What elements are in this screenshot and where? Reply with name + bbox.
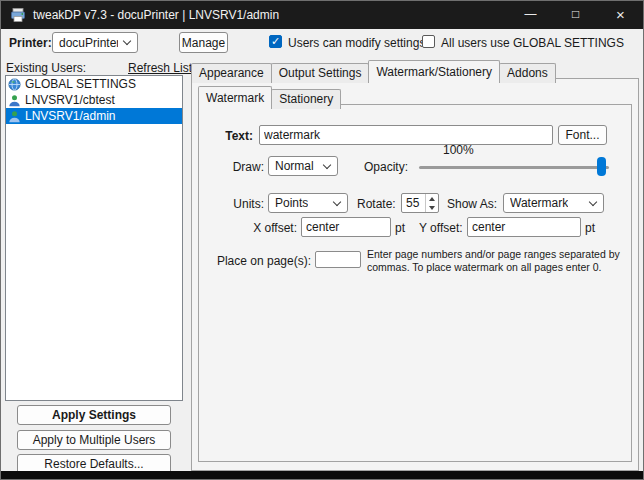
place-on-pages-label: Place on page(s): [214, 254, 311, 268]
printer-label: Printer: [9, 36, 52, 50]
y-offset-unit: pt [585, 221, 595, 235]
window-bottom-edge [1, 471, 644, 480]
watermark-text-input[interactable] [259, 125, 553, 145]
font-button[interactable]: Font... [558, 125, 607, 145]
place-on-pages-input[interactable] [315, 251, 361, 268]
chevron-down-icon [323, 160, 331, 168]
window-title: tweakDP v7.3 - docuPrinter | LNVSRV1/adm… [33, 1, 279, 29]
spin-down-icon [429, 206, 435, 210]
window-controls: — □ × [508, 1, 643, 29]
chevron-down-icon [333, 197, 341, 205]
show-as-select[interactable]: Watermark [503, 193, 604, 213]
spin-up-icon [429, 197, 435, 201]
x-offset-label: X offset: [237, 221, 297, 235]
rotate-spin-buttons [425, 194, 438, 212]
tab-appearance[interactable]: Appearance [191, 63, 272, 83]
opacity-value: 100% [443, 143, 474, 157]
app-icon [10, 7, 26, 23]
user-list-item-admin[interactable]: LNVSRV1/admin [6, 108, 182, 124]
manage-button[interactable]: Manage [179, 32, 228, 53]
opacity-slider-thumb[interactable] [597, 157, 606, 176]
units-select[interactable]: Points [268, 193, 348, 213]
draw-select-value: Normal [275, 159, 314, 173]
users-can-modify-label[interactable]: Users can modify settings [288, 36, 425, 50]
text-label: Text: [201, 129, 253, 143]
rotate-spin-down-button[interactable] [426, 203, 438, 212]
user-icon [8, 94, 21, 107]
subtab-watermark[interactable]: Watermark [198, 86, 272, 109]
y-offset-input[interactable] [467, 217, 581, 237]
rotate-label: Rotate: [357, 197, 396, 211]
opacity-label: Opacity: [364, 160, 408, 174]
maximize-button[interactable]: □ [553, 1, 598, 29]
apply-settings-button[interactable]: Apply Settings [17, 405, 171, 425]
units-select-value: Points [275, 196, 308, 210]
tab-watermark-stationery[interactable]: Watermark/Stationery [368, 60, 500, 83]
user-list-item-label: GLOBAL SETTINGS [25, 77, 136, 91]
user-list-item-cbtest[interactable]: LNVSRV1/cbtest [6, 92, 182, 108]
app-window: tweakDP v7.3 - docuPrinter | LNVSRV1/adm… [0, 0, 644, 480]
globe-icon [8, 78, 21, 91]
maximize-icon: □ [572, 7, 579, 21]
minimize-button[interactable]: — [508, 1, 553, 29]
printer-select-value: docuPrinter [59, 36, 118, 50]
main-tabs: Appearance Output Settings Watermark/Sta… [191, 60, 555, 83]
users-can-modify-checkbox[interactable] [269, 35, 282, 48]
x-offset-input[interactable] [301, 217, 391, 237]
y-offset-label: Y offset: [419, 221, 463, 235]
all-users-global-label[interactable]: All users use GLOBAL SETTINGS [441, 36, 624, 50]
chevron-down-icon [123, 37, 131, 45]
chevron-down-icon [589, 197, 597, 205]
printer-select[interactable]: docuPrinter [52, 32, 138, 53]
tab-output-settings[interactable]: Output Settings [271, 63, 370, 83]
draw-label: Draw: [213, 160, 264, 174]
rotate-value: 55 [402, 194, 425, 212]
close-icon: × [616, 6, 625, 23]
user-list-item-global[interactable]: GLOBAL SETTINGS [6, 76, 182, 92]
units-label: Units: [216, 197, 264, 211]
opacity-slider-track [419, 166, 609, 169]
show-as-select-value: Watermark [510, 196, 568, 210]
user-list-item-label: LNVSRV1/admin [25, 109, 116, 123]
rotate-spin-up-button[interactable] [426, 194, 438, 203]
user-list-item-label: LNVSRV1/cbtest [25, 93, 115, 107]
draw-select[interactable]: Normal [268, 156, 338, 176]
tab-addons[interactable]: Addons [499, 63, 556, 83]
refresh-list-link[interactable]: Refresh List [128, 61, 192, 75]
minimize-icon: — [525, 7, 537, 21]
titlebar: tweakDP v7.3 - docuPrinter | LNVSRV1/adm… [1, 1, 643, 29]
user-icon [8, 110, 21, 123]
existing-users-label: Existing Users: [6, 61, 86, 75]
x-offset-unit: pt [395, 221, 405, 235]
close-button[interactable]: × [598, 1, 643, 29]
subtab-stationery[interactable]: Stationery [271, 89, 341, 109]
rotate-spinner[interactable]: 55 [401, 193, 439, 213]
users-listbox[interactable]: GLOBAL SETTINGS LNVSRV1/cbtest LNVSRV1/a… [5, 75, 183, 401]
show-as-label: Show As: [447, 197, 497, 211]
sub-tabs: Watermark Stationery [198, 86, 340, 109]
opacity-slider[interactable] [419, 156, 609, 178]
apply-multiple-users-button[interactable]: Apply to Multiple Users [17, 430, 171, 450]
place-on-pages-hint: Enter page numbers and/or page ranges se… [367, 248, 629, 274]
all-users-global-checkbox[interactable] [422, 35, 435, 48]
